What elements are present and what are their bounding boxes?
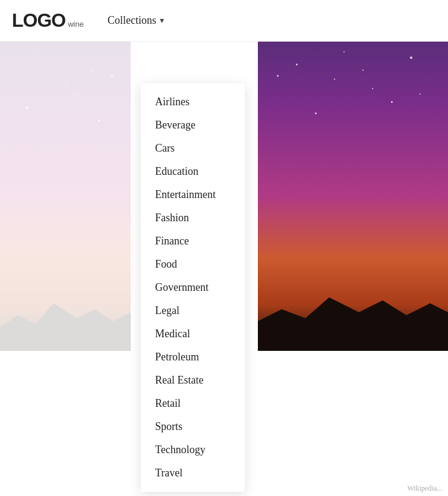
bg-image-right [258,42,448,351]
dropdown-item-finance[interactable]: Finance [141,230,245,253]
dropdown-menu: Airlines Beverage Cars Education Enterta… [141,83,245,492]
dropdown-item-medical[interactable]: Medical [141,322,245,346]
dropdown-item-cars[interactable]: Cars [141,137,245,160]
dropdown-item-real-estate[interactable]: Real Estate [141,369,245,392]
dropdown-item-entertainment[interactable]: Entertainment [141,183,245,206]
dropdown-item-airlines[interactable]: Airlines [141,90,245,114]
dropdown-item-fashion[interactable]: Fashion [141,206,245,230]
logo-area: LOGO wine [12,10,84,32]
dropdown-item-technology[interactable]: Technology [141,438,245,462]
dropdown-item-petroleum[interactable]: Petroleum [141,346,245,369]
header: LOGO wine Collections ▾ [0,0,448,42]
dropdown-item-travel[interactable]: Travel [141,462,245,485]
dropdown-overlay [0,42,141,496]
chevron-down-icon: ▾ [160,15,164,26]
dropdown-item-retail[interactable]: Retail [141,392,245,415]
dropdown-item-beverage[interactable]: Beverage [141,114,245,137]
collections-label: Collections [108,14,156,27]
mountain-svg-right [258,268,448,351]
dropdown-item-government[interactable]: Government [141,276,245,299]
dropdown-item-education[interactable]: Education [141,160,245,183]
dropdown-item-food[interactable]: Food [141,253,245,276]
dropdown-item-sports[interactable]: Sports [141,415,245,438]
logo-text: LOGO [12,10,65,32]
svg-marker-1 [258,297,448,351]
collections-nav[interactable]: Collections ▾ [108,14,164,27]
wikipedia-label: Wikipedia... [408,484,443,493]
dropdown-item-legal[interactable]: Legal [141,299,245,322]
main-content: Airlines Beverage Cars Education Enterta… [0,42,448,496]
logo-wine: wine [68,20,84,29]
stars-right [258,42,448,227]
